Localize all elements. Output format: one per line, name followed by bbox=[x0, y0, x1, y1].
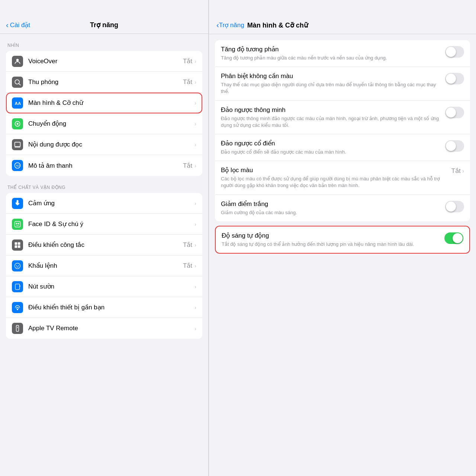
colorblind-toggle[interactable] bbox=[445, 73, 464, 84]
row-smart-invert: Đảo ngược thông minh Đảo ngược thông min… bbox=[215, 101, 470, 134]
motion-chevron: › bbox=[194, 120, 196, 127]
smart-invert-desc: Đảo ngược thông minh đảo ngược các màu c… bbox=[221, 115, 441, 129]
svg-point-19 bbox=[18, 265, 19, 266]
row-colorblind: Phân biệt không cần màu Thay thế các mục… bbox=[215, 67, 470, 100]
svg-point-12 bbox=[18, 223, 19, 224]
reduce-white-toggle-knob bbox=[446, 202, 456, 212]
nearby-chevron: › bbox=[194, 304, 196, 311]
back-chevron-icon: ‹ bbox=[6, 21, 9, 29]
back-button-left[interactable]: ‹ Cài đặt bbox=[6, 21, 30, 29]
zoom-chevron: › bbox=[194, 79, 196, 85]
row-motion[interactable]: Chuyển động › bbox=[6, 113, 202, 134]
row-switch[interactable]: Điều khiển công tắc Tắt › bbox=[6, 235, 202, 255]
left-panel-title: Trợ năng bbox=[90, 21, 118, 29]
smart-invert-toggle-knob bbox=[446, 107, 456, 118]
svg-rect-6 bbox=[15, 142, 20, 147]
touch-label: Cảm ứng bbox=[28, 199, 194, 207]
display-icon: AA bbox=[12, 97, 23, 109]
left-panel: ‹ Cài đặt Trợ năng NHÌN VoiceOver Tắt › bbox=[0, 0, 208, 476]
svg-point-0 bbox=[16, 59, 19, 61]
row-zoom[interactable]: Thu phóng Tắt › bbox=[6, 72, 202, 93]
svg-rect-20 bbox=[15, 284, 20, 289]
auto-brightness-toggle[interactable] bbox=[444, 232, 463, 244]
svg-rect-22 bbox=[16, 325, 19, 332]
classic-invert-title: Đảo ngược cổ điển bbox=[221, 139, 441, 147]
svg-rect-14 bbox=[18, 242, 20, 245]
settings-group-physical: Cảm ứng › Face ID & Sự chú ý › Điều khiể… bbox=[6, 193, 202, 339]
appletv-label: Apple TV Remote bbox=[28, 325, 194, 332]
color-filter-desc: Các bộ lọc màu có thể được sử dụng để gi… bbox=[221, 176, 447, 189]
left-header: ‹ Cài đặt Trợ năng bbox=[0, 0, 208, 34]
voice-chevron: › bbox=[194, 263, 196, 269]
row-color-filter[interactable]: Bộ lọc màu Các bộ lọc màu có thể được sử… bbox=[215, 161, 470, 194]
contrast-control[interactable] bbox=[445, 46, 464, 58]
contrast-content: Tăng độ tương phản Tăng độ tương phản mà… bbox=[221, 45, 441, 61]
auto-brightness-title: Độ sáng tự động bbox=[222, 232, 440, 239]
svg-point-18 bbox=[16, 265, 17, 266]
row-faceid[interactable]: Face ID & Sự chú ý › bbox=[6, 214, 202, 235]
sidebutton-chevron: › bbox=[194, 283, 196, 290]
reduce-white-content: Giảm điểm trắng Giảm cường độ của các mà… bbox=[221, 200, 441, 216]
right-content: Tăng độ tương phản Tăng độ tương phản mà… bbox=[209, 34, 476, 476]
faceid-icon bbox=[12, 219, 23, 230]
classic-invert-control[interactable] bbox=[445, 140, 464, 152]
row-voice[interactable]: Khẩu lệnh Tắt › bbox=[6, 255, 202, 276]
color-filter-content: Bộ lọc màu Các bộ lọc màu có thể được sử… bbox=[221, 166, 447, 189]
left-content: NHÌN VoiceOver Tắt › Thu phóng Tắt › bbox=[0, 34, 208, 476]
auto-brightness-toggle-knob bbox=[453, 233, 463, 243]
smart-invert-toggle[interactable] bbox=[445, 107, 464, 118]
row-classic-invert: Đảo ngược cổ điển Đảo ngược cổ điển sẽ đ… bbox=[215, 134, 470, 161]
contrast-desc: Tăng độ tương phản màu giữa các màu nền … bbox=[221, 55, 441, 61]
reduce-white-toggle[interactable] bbox=[445, 201, 464, 212]
sidebutton-icon bbox=[12, 281, 23, 292]
classic-invert-content: Đảo ngược cổ điển Đảo ngược cổ điển sẽ đ… bbox=[221, 139, 441, 155]
svg-text:AD: AD bbox=[16, 164, 20, 167]
appletv-chevron: › bbox=[194, 325, 196, 332]
svg-rect-15 bbox=[15, 245, 17, 248]
right-settings-group-main: Tăng độ tương phản Tăng độ tương phản mà… bbox=[215, 40, 470, 221]
right-header: ‹ Trợ năng Màn hình & Cỡ chữ bbox=[209, 0, 476, 34]
auto-brightness-content: Độ sáng tự động Tắt độ sáng tự động có t… bbox=[222, 232, 440, 248]
svg-rect-10 bbox=[15, 221, 20, 227]
spoken-icon bbox=[12, 139, 23, 150]
smart-invert-control[interactable] bbox=[445, 107, 464, 118]
zoom-icon bbox=[12, 77, 23, 88]
row-appletv[interactable]: Apple TV Remote › bbox=[6, 318, 202, 339]
row-voiceover[interactable]: VoiceOver Tắt › bbox=[6, 51, 202, 72]
color-filter-value: Tắt bbox=[451, 167, 461, 175]
contrast-title: Tăng độ tương phản bbox=[221, 45, 441, 53]
nearby-icon bbox=[12, 302, 23, 313]
right-panel-title: Màn hình & Cỡ chữ bbox=[247, 21, 308, 29]
classic-invert-toggle[interactable] bbox=[445, 140, 464, 152]
svg-point-1 bbox=[15, 80, 19, 84]
color-filter-control[interactable]: Tắt › bbox=[451, 167, 464, 175]
reduce-white-control[interactable] bbox=[445, 201, 464, 212]
contrast-toggle[interactable] bbox=[445, 46, 464, 58]
row-sidebutton[interactable]: Nút sườn › bbox=[6, 276, 202, 297]
voiceover-chevron: › bbox=[194, 58, 196, 64]
row-auto-brightness: Độ sáng tự động Tắt độ sáng tự động có t… bbox=[215, 226, 470, 254]
colorblind-control[interactable] bbox=[445, 73, 464, 84]
section-label-physical: THỂ CHẤT VÀ VẬN ĐỘNG bbox=[0, 185, 208, 193]
contrast-toggle-knob bbox=[446, 47, 456, 57]
auto-brightness-desc: Tắt độ sáng tự động có thể ảnh hưởng đến… bbox=[222, 241, 440, 248]
color-filter-title: Bộ lọc màu bbox=[221, 166, 447, 174]
row-display[interactable]: AA Màn hình & Cỡ chữ › bbox=[6, 93, 202, 113]
svg-point-21 bbox=[17, 309, 18, 310]
switch-chevron: › bbox=[194, 242, 196, 248]
back-label-left: Cài đặt bbox=[10, 21, 30, 29]
row-audiodesc[interactable]: AD Mô tả âm thanh Tắt › bbox=[6, 155, 202, 176]
back-button-right[interactable]: ‹ Trợ năng bbox=[216, 21, 244, 29]
smart-invert-content: Đảo ngược thông minh Đảo ngược thông min… bbox=[221, 106, 441, 129]
switch-label: Điều khiển công tắc bbox=[28, 241, 183, 249]
row-spoken[interactable]: Nội dung được đọc › bbox=[6, 134, 202, 155]
row-contrast: Tăng độ tương phản Tăng độ tương phản mà… bbox=[215, 40, 470, 67]
auto-brightness-control[interactable] bbox=[444, 232, 463, 244]
display-label: Màn hình & Cỡ chữ bbox=[28, 99, 194, 107]
row-nearby[interactable]: Điều khiển thiết bị gần bạn › bbox=[6, 297, 202, 318]
switch-icon bbox=[12, 239, 23, 251]
touch-chevron: › bbox=[194, 200, 196, 206]
row-touch[interactable]: Cảm ứng › bbox=[6, 193, 202, 214]
section-label-nhin: NHÌN bbox=[0, 43, 208, 51]
classic-invert-toggle-knob bbox=[446, 141, 456, 151]
